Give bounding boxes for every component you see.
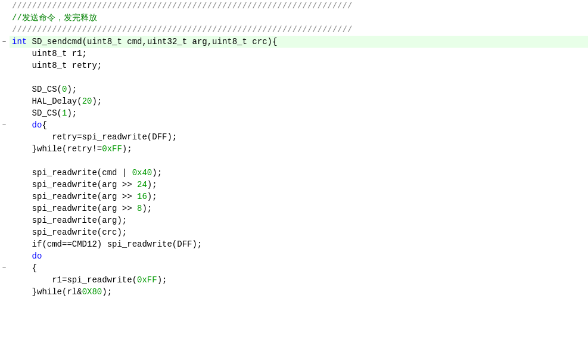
line-content: spi_readwrite(arg >> 24); [10,179,588,191]
code-token: cmd, [122,37,147,46]
code-line: spi_readwrite(cmd | 0x40); [0,167,588,179]
code-token: 16 [137,192,147,201]
code-line: //发送命令，发完释放 [0,12,588,24]
code-token: retry=spi_readwrite(DFF); [12,132,177,142]
code-token: uint8_t [212,37,247,46]
code-token: SD_sendcmd( [27,37,87,46]
code-token: do [32,120,42,130]
code-token: uint8_t retry; [12,61,102,70]
code-line [0,71,588,83]
code-line: − do{ [0,119,588,131]
code-line: spi_readwrite(arg >> 16); [0,191,588,203]
code-token: ); [147,180,157,189]
code-token [12,120,32,130]
code-line: spi_readwrite(arg); [0,214,588,226]
line-content: spi_readwrite(arg); [10,214,588,226]
code-token: spi_readwrite(arg >> [12,180,137,189]
code-line: SD_CS(1); [0,107,588,119]
code-token: 0X80 [82,287,102,297]
code-token: crc){ [247,37,277,46]
code-token: ); [67,85,77,94]
line-content: //发送命令，发完释放 [10,12,588,24]
code-token: 发送命令，发完释放 [22,13,97,23]
line-content: if(cmd==CMD12) spi_readwrite(DFF); [10,238,588,250]
gutter-marker[interactable]: − [0,262,10,274]
code-token: arg, [187,37,212,46]
line-content: do{ [10,119,588,131]
line-content: spi_readwrite(cmd | 0x40); [10,167,588,179]
line-content: spi_readwrite(arg >> 8); [10,203,588,214]
code-token: uint32_t [147,37,187,46]
code-token: r1=spi_readwrite( [12,275,137,285]
code-token: 0xFF [137,275,157,285]
line-content: r1=spi_readwrite(0xFF); [10,274,588,286]
code-token: // [12,13,22,23]
code-token: 0x40 [132,168,153,178]
code-token: ); [67,108,77,118]
code-line: − { [0,262,588,274]
code-token: if(cmd==CMD12) spi_readwrite(DFF); [12,239,202,249]
code-line: HAL_Delay(20); [0,95,588,107]
code-line: SD_CS(0); [0,83,588,95]
code-token: }while(rl& [12,287,82,297]
code-token: HAL_Delay( [12,97,82,106]
code-token: ); [157,275,167,285]
line-content [10,155,588,167]
code-line: spi_readwrite(arg >> 8); [0,203,588,214]
code-line: }while(retry!=0xFF); [0,143,588,155]
code-token: uint8_t r1; [12,49,87,58]
code-token: ); [92,97,102,106]
code-token: uint8_t [87,37,122,46]
code-token: 24 [137,180,147,189]
line-content: retry=spi_readwrite(DFF); [10,131,588,143]
line-content: spi_readwrite(arg >> 16); [10,191,588,203]
line-content: do [10,250,588,262]
line-content: uint8_t retry; [10,60,588,71]
code-line: retry=spi_readwrite(DFF); [0,131,588,143]
code-area[interactable]: ////////////////////////////////////////… [0,0,588,364]
line-content: }while(rl&0X80); [10,286,588,298]
code-token: ); [122,144,132,154]
line-content: SD_CS(0); [10,83,588,95]
code-token: SD_CS( [12,85,62,94]
line-content: spi_readwrite(crc); [10,226,588,238]
line-content: int SD_sendcmd(uint8_t cmd,uint32_t arg,… [10,36,588,48]
code-line: do [0,250,588,262]
line-content: ////////////////////////////////////////… [10,24,588,36]
code-token: SD_CS( [12,108,62,118]
code-line: uint8_t retry; [0,60,588,71]
code-token: ); [152,168,162,178]
line-content: ////////////////////////////////////////… [10,0,588,12]
code-token: 20 [82,97,92,106]
code-editor: ////////////////////////////////////////… [0,0,588,364]
code-line: −int SD_sendcmd(uint8_t cmd,uint32_t arg… [0,36,588,48]
code-token: spi_readwrite(arg >> [12,204,137,213]
code-line: if(cmd==CMD12) spi_readwrite(DFF); [0,238,588,250]
code-line [0,155,588,167]
code-line: uint8_t r1; [0,48,588,60]
code-token: spi_readwrite(crc); [12,228,127,237]
code-token: { [12,263,37,273]
code-line: ////////////////////////////////////////… [0,24,588,36]
code-token: ); [102,287,112,297]
code-token: ); [147,192,157,201]
line-content [10,71,588,83]
line-content: SD_CS(1); [10,107,588,119]
code-token: 0xFF [102,144,122,154]
code-token: ); [142,204,152,213]
code-token: ////////////////////////////////////////… [12,25,352,35]
code-token: spi_readwrite(arg); [12,216,127,225]
code-line: ////////////////////////////////////////… [0,0,588,12]
line-content: { [10,262,588,274]
code-token: spi_readwrite(arg >> [12,192,137,201]
code-line: spi_readwrite(arg >> 24); [0,179,588,191]
code-line: spi_readwrite(crc); [0,226,588,238]
code-line: r1=spi_readwrite(0xFF); [0,274,588,286]
gutter-marker[interactable]: − [0,119,10,131]
code-token: }while(retry!= [12,144,102,154]
code-token: spi_readwrite(cmd | [12,168,132,178]
line-content: HAL_Delay(20); [10,95,588,107]
code-token: ////////////////////////////////////////… [12,1,352,11]
line-content: uint8_t r1; [10,48,588,60]
gutter-marker[interactable]: − [0,36,10,48]
